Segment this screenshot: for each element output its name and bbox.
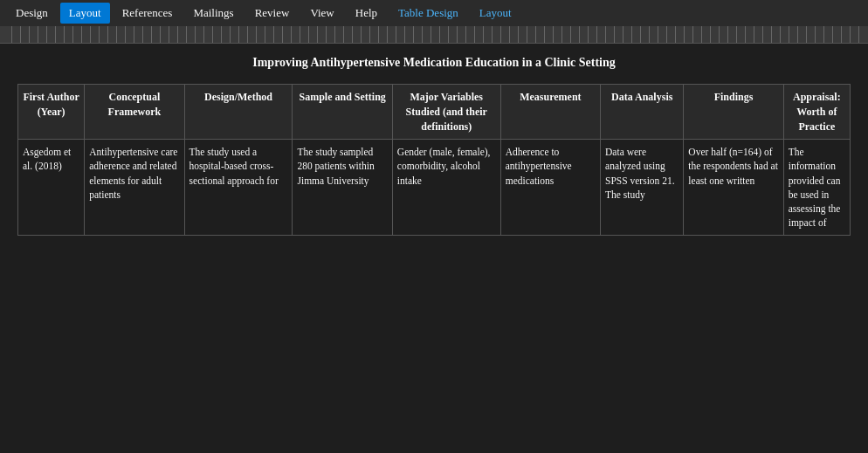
header-appraisal: Appraisal: Worth of Practice <box>783 85 850 140</box>
reference-table: First Author (Year) Conceptual Framework… <box>17 84 851 236</box>
cell-variables: Gender (male, female), comorbidity, alco… <box>392 140 500 236</box>
ruler <box>0 26 868 44</box>
menu-design[interactable]: Design <box>7 3 57 24</box>
cell-measurement: Adherence to antihypertensive medication… <box>500 140 600 236</box>
menu-mailings[interactable]: Mailings <box>184 3 242 24</box>
document-area: Improving Antihypertensive Medication Ed… <box>0 44 868 453</box>
cell-appraisal: The information provided can be used in … <box>783 140 850 236</box>
cell-findings: Over half (n=164) of the respondents had… <box>684 140 783 236</box>
header-sample: Sample and Setting <box>293 85 392 140</box>
header-findings: Findings <box>684 85 783 140</box>
header-design: Design/Method <box>184 85 293 140</box>
table-row: Asgedom et al. (2018) Antihypertensive c… <box>18 140 851 236</box>
menu-layout[interactable]: Layout <box>60 3 110 24</box>
menu-view[interactable]: View <box>301 3 342 24</box>
cell-framework: Antihypertensive care adherence and rela… <box>85 140 184 236</box>
header-measurement: Measurement <box>500 85 600 140</box>
menu-bar: Design Layout References Mailings Review… <box>0 0 868 26</box>
header-analysis: Data Analysis <box>601 85 684 140</box>
header-framework: Conceptual Framework <box>85 85 184 140</box>
header-author: First Author (Year) <box>18 85 85 140</box>
document-title: Improving Antihypertensive Medication Ed… <box>17 52 851 73</box>
cell-design: The study used a hospital-based cross-se… <box>184 140 293 236</box>
menu-help[interactable]: Help <box>347 3 386 24</box>
cell-sample: The study sampled 280 patients within Ji… <box>293 140 392 236</box>
menu-layout-tab[interactable]: Layout <box>471 3 520 24</box>
cell-analysis: Data were analyzed using SPSS version 21… <box>601 140 684 236</box>
menu-references[interactable]: References <box>114 3 182 24</box>
cell-author: Asgedom et al. (2018) <box>18 140 85 236</box>
menu-table-design[interactable]: Table Design <box>389 3 467 24</box>
menu-review[interactable]: Review <box>246 3 299 24</box>
header-variables: Major Variables Studied (and their defin… <box>392 85 500 140</box>
table-header-row: First Author (Year) Conceptual Framework… <box>18 85 851 140</box>
